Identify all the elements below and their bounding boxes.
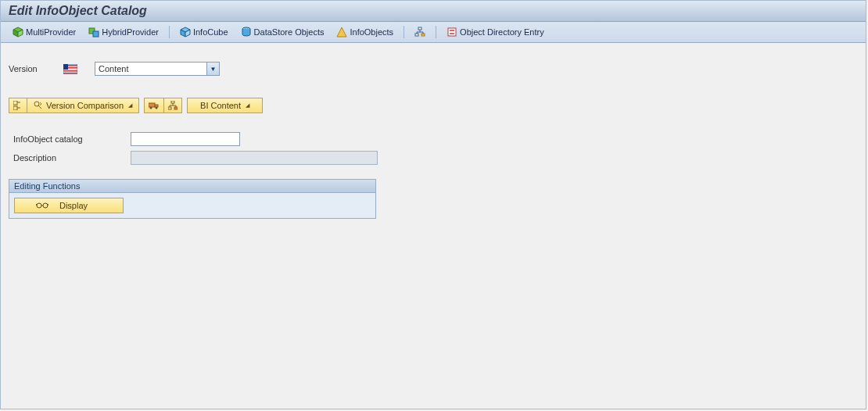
svg-point-28 — [156, 107, 158, 109]
description-label: Description — [13, 153, 131, 163]
svg-rect-22 — [13, 101, 17, 105]
content-area: Version Content ▼ — [1, 43, 866, 233]
hybridprovider-label: HybridProvider — [102, 27, 159, 37]
separator — [404, 26, 404, 38]
objdir-button[interactable]: Object Directory Entry — [441, 24, 550, 40]
dropdown-triangle-icon: ◢ — [128, 102, 132, 109]
glasses-icon — [36, 202, 48, 209]
version-comparison-label: Version Comparison — [46, 101, 124, 110]
title-bar: Edit InfoObject Catalog — [1, 1, 866, 22]
bi-content-label: BI Content — [200, 101, 241, 110]
description-input — [131, 151, 378, 165]
hybridprovider-button[interactable]: HybridProvider — [83, 24, 164, 40]
svg-rect-17 — [63, 64, 68, 70]
version-flag-icon — [63, 64, 95, 74]
datastore-button[interactable]: DataStore Objects — [235, 24, 330, 40]
hierarchy-yellow-button[interactable] — [163, 98, 182, 113]
svg-rect-30 — [168, 107, 171, 109]
svg-point-33 — [43, 203, 48, 208]
multiprovider-button[interactable]: MultiProvider — [7, 24, 81, 40]
editing-functions-panel: Editing Functions Display — [9, 179, 376, 219]
version-dropdown-value: Content — [99, 64, 129, 73]
separator — [169, 26, 170, 38]
version-label: Version — [9, 64, 63, 73]
page-title: Edit InfoObject Catalog — [9, 4, 147, 17]
tree-icon — [13, 101, 23, 110]
svg-rect-21 — [63, 73, 77, 74]
multiprovider-label: MultiProvider — [26, 27, 76, 37]
version-comparison-button[interactable]: Version Comparison ◢ — [27, 98, 139, 113]
hierarchy-yellow-icon — [168, 101, 178, 110]
hierarchy-icon — [414, 27, 425, 38]
tree-expand-button[interactable] — [9, 98, 27, 113]
svg-rect-19 — [68, 67, 77, 69]
svg-rect-18 — [68, 65, 77, 66]
infoobjects-button[interactable]: InfoObjects — [331, 24, 399, 40]
datastore-label: DataStore Objects — [254, 27, 325, 37]
svg-rect-4 — [93, 31, 99, 37]
truck-icon — [149, 101, 160, 110]
separator — [436, 26, 436, 38]
bi-content-button[interactable]: BI Content ◢ — [187, 98, 263, 113]
toolbar: MultiProvider HybridProvider InfoCube Da… — [1, 22, 866, 43]
hierarchy-button[interactable] — [409, 24, 431, 40]
svg-point-32 — [37, 203, 41, 208]
svg-rect-10 — [418, 27, 421, 30]
objdir-label: Object Directory Entry — [460, 27, 544, 37]
button-strip: Version Comparison ◢ BI C — [9, 98, 858, 113]
infocube-icon — [180, 27, 191, 38]
svg-rect-12 — [421, 34, 425, 36]
hybridprovider-icon — [88, 27, 99, 38]
infoobjects-label: InfoObjects — [350, 27, 393, 37]
objdir-icon — [447, 27, 457, 38]
svg-rect-29 — [171, 101, 174, 103]
compare-icon — [34, 101, 43, 110]
datastore-icon — [241, 27, 252, 38]
version-dropdown[interactable]: Content ▼ — [95, 62, 220, 76]
svg-rect-25 — [149, 103, 155, 107]
svg-marker-9 — [337, 27, 346, 37]
svg-rect-11 — [415, 34, 418, 36]
dropdown-triangle-icon: ◢ — [246, 102, 249, 109]
transport-button[interactable] — [144, 98, 164, 113]
infocube-label: InfoCube — [193, 27, 228, 37]
multiprovider-icon — [13, 27, 23, 38]
svg-rect-23 — [13, 106, 17, 110]
svg-rect-31 — [174, 107, 178, 109]
svg-rect-20 — [63, 70, 77, 72]
dropdown-arrow-icon: ▼ — [206, 63, 219, 75]
infoobjects-icon — [336, 27, 347, 38]
display-label: Display — [59, 201, 88, 210]
display-button[interactable]: Display — [14, 198, 124, 213]
svg-rect-14 — [450, 30, 454, 31]
svg-rect-13 — [448, 28, 456, 36]
form-section: InfoObject catalog Description — [13, 132, 858, 165]
svg-rect-15 — [450, 33, 454, 34]
catalog-input[interactable] — [131, 132, 240, 146]
svg-point-27 — [150, 107, 152, 109]
panel-title: Editing Functions — [9, 180, 375, 193]
infocube-button[interactable]: InfoCube — [174, 24, 234, 40]
catalog-label: InfoObject catalog — [13, 134, 131, 144]
